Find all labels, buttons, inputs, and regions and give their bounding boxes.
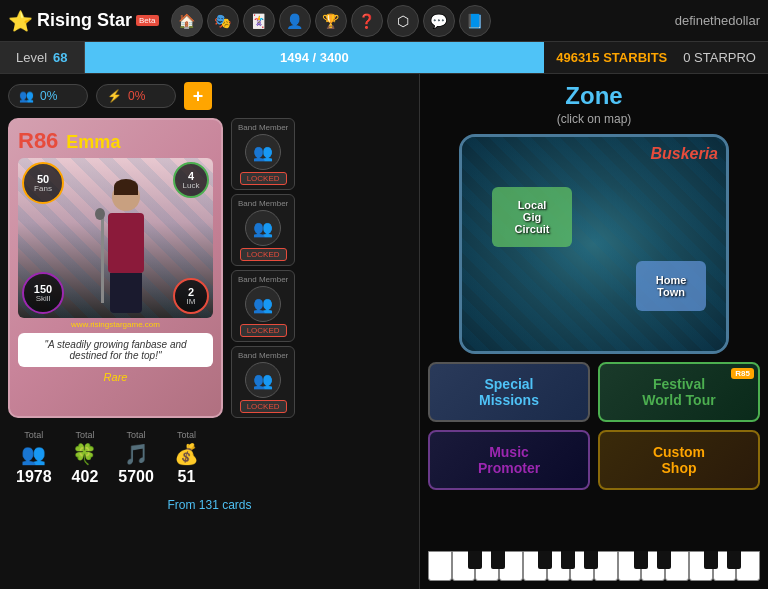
- im-lbl: IM: [187, 298, 196, 306]
- total-luck-label: Total: [75, 430, 94, 440]
- main-layout: 👥 0% ⚡ 0% + R86 Emma 50: [0, 74, 768, 589]
- logo-area: ⭐ Rising Star Beta: [8, 9, 159, 33]
- piano-black-key: [704, 551, 718, 569]
- level-number: 68: [53, 50, 67, 65]
- piano-black-key: [538, 551, 552, 569]
- mic-stand: [101, 213, 104, 303]
- band-member-3-icon: 👥: [245, 286, 281, 322]
- total-im-item: Total 💰 51: [174, 430, 199, 486]
- nav-help-icon[interactable]: ❓: [351, 5, 383, 37]
- nav-discord-icon[interactable]: 💬: [423, 5, 455, 37]
- band-member-2-icon: 👥: [245, 210, 281, 246]
- band-member-2[interactable]: Band Member 👥 LOCKED: [231, 194, 295, 266]
- totals-row: Total 👥 1978 Total 🍀 402 Total 🎵 5700: [8, 426, 411, 490]
- right-panel: Zone (click on map) Buskeria LocalGigCir…: [420, 74, 768, 589]
- buskeria-label: Buskeria: [650, 145, 718, 163]
- luck-lbl: Luck: [183, 182, 200, 190]
- custom-shop-button[interactable]: CustomShop: [598, 430, 760, 490]
- username-display: definethedollar: [675, 13, 760, 28]
- card-id: R86: [18, 128, 58, 154]
- im-stat-bubble: 2 IM: [173, 278, 209, 314]
- skill-stat-bubble: 150 Skill: [22, 272, 64, 314]
- char-head: [112, 183, 140, 211]
- fans-energy-bar: 👥 0%: [8, 84, 88, 108]
- special-missions-label: SpecialMissions: [479, 376, 539, 408]
- map-background: Buskeria LocalGigCircuit HomeTown: [462, 137, 726, 351]
- fans-energy-icon: 👥: [19, 89, 34, 103]
- total-im-label: Total: [177, 430, 196, 440]
- mic-head: [95, 208, 105, 220]
- luck-val: 4: [188, 171, 194, 182]
- band-member-4-locked: LOCKED: [240, 400, 287, 413]
- festival-world-tour-button[interactable]: FestivalWorld Tour R85: [598, 362, 760, 422]
- total-fans-icon: 👥: [21, 442, 46, 466]
- energy-row: 👥 0% ⚡ 0% +: [8, 82, 411, 110]
- mission-grid: SpecialMissions FestivalWorld Tour R85 M…: [428, 362, 760, 490]
- total-luck-icon: 🍀: [72, 442, 97, 466]
- band-member-4[interactable]: Band Member 👥 LOCKED: [231, 346, 295, 418]
- piano-keys: .piano-keys { position: relative; } .whi…: [428, 551, 760, 581]
- music-promoter-button[interactable]: MusicPromoter: [428, 430, 590, 490]
- skill-lbl: Skill: [36, 295, 51, 303]
- bolt-icon: ⚡: [107, 89, 122, 103]
- band-member-1-label: Band Member: [238, 123, 288, 132]
- card-quote: "A steadily growing fanbase and destined…: [18, 333, 213, 367]
- level-text: Level: [16, 50, 47, 65]
- piano-black-key: [561, 551, 575, 569]
- level-label: Level 68: [0, 42, 85, 73]
- total-im-val: 51: [177, 468, 195, 486]
- bolt-energy-pct: 0%: [128, 89, 145, 103]
- xp-display: 1494 / 3400: [280, 50, 349, 65]
- star-icon: ⭐: [8, 9, 33, 33]
- total-fans-val: 1978: [16, 468, 52, 486]
- char-body: [108, 213, 144, 273]
- xp-bar: 1494 / 3400: [85, 42, 545, 73]
- home-town-district[interactable]: HomeTown: [636, 261, 706, 311]
- local-gig-label: LocalGigCircuit: [515, 199, 550, 235]
- band-member-3[interactable]: Band Member 👥 LOCKED: [231, 270, 295, 342]
- card-image: 50 Fans 4 Luck: [18, 158, 213, 318]
- band-member-4-label: Band Member: [238, 351, 288, 360]
- band-member-2-label: Band Member: [238, 199, 288, 208]
- nav-trophy-icon[interactable]: 🏆: [315, 5, 347, 37]
- starbits-area: 496315 STARBITS 0 STARPRO: [544, 42, 768, 73]
- total-skill-val: 5700: [118, 468, 154, 486]
- band-member-1[interactable]: Band Member 👥 LOCKED: [231, 118, 295, 190]
- from-cards-text: From 131 cards: [8, 498, 411, 516]
- luck-stat-bubble: 4 Luck: [173, 162, 209, 198]
- piano-white-key: [428, 551, 452, 581]
- card-header: R86 Emma: [18, 128, 213, 154]
- card-rarity: Rare: [18, 371, 213, 383]
- total-luck-item: Total 🍀 402: [72, 430, 99, 486]
- plus-button[interactable]: +: [184, 82, 212, 110]
- band-member-3-locked: LOCKED: [240, 324, 287, 337]
- piano-black-key: [657, 551, 671, 569]
- nav-facebook-icon[interactable]: 📘: [459, 5, 491, 37]
- local-gig-circuit[interactable]: LocalGigCircuit: [492, 187, 572, 247]
- logo-text: Rising Star: [37, 10, 132, 31]
- starpro-value: 0 STARPRO: [683, 50, 756, 65]
- left-panel: 👥 0% ⚡ 0% + R86 Emma 50: [0, 74, 420, 589]
- nav-cards-icon[interactable]: 🃏: [243, 5, 275, 37]
- nav-person-icon[interactable]: 👤: [279, 5, 311, 37]
- nav-home-icon[interactable]: 🏠: [171, 5, 203, 37]
- card-band-row: R86 Emma 50 Fans 4 Luck: [8, 118, 411, 418]
- total-skill-icon: 🎵: [124, 442, 149, 466]
- top-nav: ⭐ Rising Star Beta 🏠 🎭 🃏 👤 🏆 ❓ ⬡ 💬 📘 def…: [0, 0, 768, 42]
- fans-lbl: Fans: [34, 185, 52, 193]
- piano-black-key: [468, 551, 482, 569]
- total-skill-item: Total 🎵 5700: [118, 430, 154, 486]
- level-bar: Level 68 1494 / 3400 496315 STARBITS 0 S…: [0, 42, 768, 74]
- nav-theater-icon[interactable]: 🎭: [207, 5, 239, 37]
- home-town-label: HomeTown: [656, 274, 687, 298]
- festival-badge: R85: [731, 368, 754, 379]
- im-val: 2: [188, 287, 194, 298]
- fans-val: 50: [37, 174, 49, 185]
- total-fans-label: Total: [24, 430, 43, 440]
- card-figure: [81, 173, 151, 313]
- skill-val: 150: [34, 284, 52, 295]
- special-missions-button[interactable]: SpecialMissions: [428, 362, 590, 422]
- zone-map[interactable]: Buskeria LocalGigCircuit HomeTown: [459, 134, 729, 354]
- piano-black-key: [584, 551, 598, 569]
- nav-hive-icon[interactable]: ⬡: [387, 5, 419, 37]
